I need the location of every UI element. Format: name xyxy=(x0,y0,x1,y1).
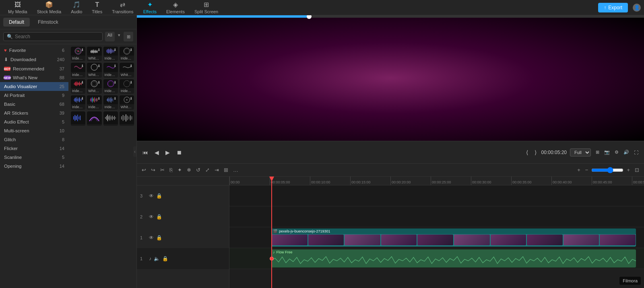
category-favorite[interactable]: ♥ Favorite 6 xyxy=(0,46,68,55)
track-labels: 3 👁 🔒 2 👁 🔒 1 👁 🔒 xyxy=(137,177,229,288)
prev-frame-button[interactable]: ⟨ xyxy=(524,148,530,157)
video-clip-1[interactable]: 🎬 pexels-jv-buenconsejo-2719301 xyxy=(271,228,636,247)
category-ar-stickers[interactable]: AR Stickers 39 xyxy=(0,109,68,117)
settings-button[interactable]: ⚙ xyxy=(613,148,620,156)
tab-filmstock[interactable]: Filmstock xyxy=(32,18,64,27)
track-3-eye-icon[interactable]: 👁 xyxy=(149,193,154,199)
stop-button[interactable]: ⏹ xyxy=(175,148,184,157)
filter-all-label[interactable]: All xyxy=(105,32,115,41)
fit-button[interactable]: ⊡ xyxy=(633,166,641,174)
category-opening[interactable]: Opening 14 xyxy=(0,162,68,171)
category-recommended[interactable]: HOT Recommended 37 xyxy=(0,64,68,73)
effect-card-white-digital-wave-2[interactable]: White Digital Wave 2 ⬇ xyxy=(87,47,101,61)
crop-button[interactable]: ⊞ xyxy=(594,148,601,156)
nav-audio[interactable]: 🎵 Audio xyxy=(66,0,87,16)
search-input[interactable] xyxy=(15,34,99,39)
panel-collapse-arrow[interactable]: ‹ xyxy=(133,146,136,157)
effect-card-mini-arc[interactable] xyxy=(87,111,101,126)
more-button[interactable]: … xyxy=(231,166,240,174)
quality-select[interactable]: Full1/21/4 xyxy=(570,148,591,156)
effect-card-iridescent-circle-2[interactable]: Iridescent Circle 2 ⬇ xyxy=(103,79,118,94)
nav-my-media[interactable]: 🖼 My Media xyxy=(3,0,32,16)
effect-card-iridescent-circle-5[interactable]: Iridescent Circle 5 ⬇ xyxy=(120,79,134,94)
effect-card-iridescent-wave-6[interactable]: Iridescent...Ital Wave 6 ⬇ xyxy=(103,47,118,61)
track-1-eye-icon[interactable]: 👁 xyxy=(149,235,154,241)
category-multi-screen[interactable]: Multi-screen 10 xyxy=(0,126,68,135)
effect-card-mini-3[interactable] xyxy=(120,111,134,126)
effect-card-iridescent-line-3[interactable]: Iridescent...ving Line 3 ⬇ xyxy=(71,63,85,77)
category-ai-portrait[interactable]: AI Portrait 9 xyxy=(0,91,68,100)
effect-card-iridescent-wave-5[interactable]: Iridescent...Ital Wave 5 ⬇ xyxy=(71,79,85,94)
copy-button[interactable]: ⎘ xyxy=(168,166,174,174)
category-recommended-label: Recommended xyxy=(13,66,44,71)
category-multi-screen-label: Multi-screen xyxy=(4,128,29,133)
playhead[interactable] xyxy=(271,177,272,288)
nav-stock-media[interactable]: 📦 Stock Media xyxy=(32,0,66,16)
category-glitch[interactable]: Glitch 8 xyxy=(0,135,68,144)
effect-card-white-circle-3[interactable]: White Circle 3 ⬇ xyxy=(87,63,101,77)
grid-button[interactable]: ⊞ xyxy=(222,166,230,174)
volume-button[interactable]: 🔊 xyxy=(622,148,631,156)
nav-split-screen[interactable]: ⊞ Split Screen xyxy=(190,0,223,16)
category-scanline[interactable]: Scanline 5 xyxy=(0,153,68,162)
freeze-button[interactable]: ❄ xyxy=(185,166,193,174)
svg-rect-72 xyxy=(96,98,97,102)
track-1-lock-icon[interactable]: 🔒 xyxy=(156,235,162,241)
effect-card-iridescent-wave-4[interactable]: Iridescent...Ital Wave 4 ⬇ xyxy=(71,95,85,110)
nav-titles[interactable]: T Titles xyxy=(87,0,107,16)
category-flicker[interactable]: Flicker 14 xyxy=(0,144,68,153)
category-audio-effect[interactable]: Audio Effect 5 xyxy=(0,117,68,126)
effect-thumb-19 xyxy=(103,111,118,124)
category-whats-new[interactable]: NEW What's New 88 xyxy=(0,73,68,82)
effect-card-mini-2[interactable] xyxy=(103,111,118,126)
audio-1-mute-icon[interactable]: 🔈 xyxy=(154,256,160,261)
zoom-slider[interactable] xyxy=(591,167,623,173)
grid-view-button[interactable]: ⊞ xyxy=(124,32,133,41)
fullscreen-button[interactable]: ⛶ xyxy=(632,148,640,156)
category-flicker-label: Flicker xyxy=(4,146,18,151)
skip-back-button[interactable]: ⏮ xyxy=(141,148,150,157)
effects-tl-button[interactable]: ✦ xyxy=(176,166,184,174)
rotate-button[interactable]: ↺ xyxy=(194,166,202,174)
category-basic[interactable]: Basic 68 xyxy=(0,100,68,109)
effect-card-white-circle-2[interactable]: White Circle 2 ⬇ xyxy=(87,79,101,94)
nav-elements[interactable]: ◈ Elements xyxy=(161,0,190,16)
cut-button[interactable]: ✂ xyxy=(159,166,166,174)
effect-card-white-waving-line[interactable]: White Waving Line ⬇ xyxy=(120,63,134,77)
redo-button[interactable]: ↪ xyxy=(149,166,157,174)
effect-card-iridescent-wave-1[interactable]: Iridescent...Ital Wave 1 ⬇ xyxy=(103,95,118,110)
snapshot-button[interactable]: 📷 xyxy=(603,148,611,156)
track-2-eye-icon[interactable]: 👁 xyxy=(149,214,154,220)
zoom-in-button[interactable]: + xyxy=(625,166,632,174)
download-icon-16: ⬇ xyxy=(130,97,133,101)
effect-card-iridescent-circle-4[interactable]: Iridescent Circle 4 ⬇ xyxy=(120,47,134,61)
effect-card-iridescent-line-2[interactable]: Iridescent...ving Line 2 ⬇ xyxy=(103,63,118,77)
category-audio-visualizer[interactable]: Audio Visualizer 25 xyxy=(0,82,68,91)
undo-button[interactable]: ↩ xyxy=(140,166,148,174)
audio-1-lock-icon[interactable]: 🔒 xyxy=(162,256,168,261)
effect-card-iridescent-circle-3[interactable]: Iridescent Circle 3 ⬇ xyxy=(71,47,85,61)
next-frame-button[interactable]: ⟩ xyxy=(533,148,538,157)
progress-bar[interactable] xyxy=(137,15,644,18)
nav-effects[interactable]: ✦ Effects xyxy=(138,0,161,16)
category-downloaded[interactable]: ⬇ Downloaded 240 xyxy=(0,55,68,64)
zoom-out-button[interactable]: − xyxy=(584,166,590,174)
effect-card-white-circle-1[interactable]: White Circle 1 ⬇ xyxy=(120,95,134,110)
progress-thumb[interactable] xyxy=(307,15,312,19)
play-button[interactable]: ▶ xyxy=(164,148,171,157)
nav-transitions[interactable]: ⇄ Transitions xyxy=(107,0,138,16)
crop-tl-button[interactable]: ⤢ xyxy=(204,166,211,174)
track-2-lock-icon[interactable]: 🔒 xyxy=(156,214,162,220)
user-avatar[interactable]: 👤 xyxy=(633,4,641,12)
timeline-ruler[interactable]: 00:00 00:00:05:00 00:00:10:00 00:00:15:0… xyxy=(229,177,644,185)
speed-button[interactable]: ⇥ xyxy=(213,166,221,174)
tab-default[interactable]: Default xyxy=(3,18,30,27)
effect-card-iridescent-wave-2-multi[interactable]: Iridescent...Ital Wave 2 ⬇ xyxy=(87,95,101,110)
track-3-lock-icon[interactable]: 🔒 xyxy=(156,193,162,199)
export-button[interactable]: ↑ Export xyxy=(598,3,628,12)
play-back-button[interactable]: ◀ xyxy=(153,148,161,157)
filter-chevron[interactable]: ▾ xyxy=(116,32,122,41)
effect-card-mini-1[interactable] xyxy=(71,111,85,126)
add-track-button[interactable]: + xyxy=(576,166,582,174)
audio-clip-1[interactable]: ♪ Flow Free xyxy=(271,249,636,267)
